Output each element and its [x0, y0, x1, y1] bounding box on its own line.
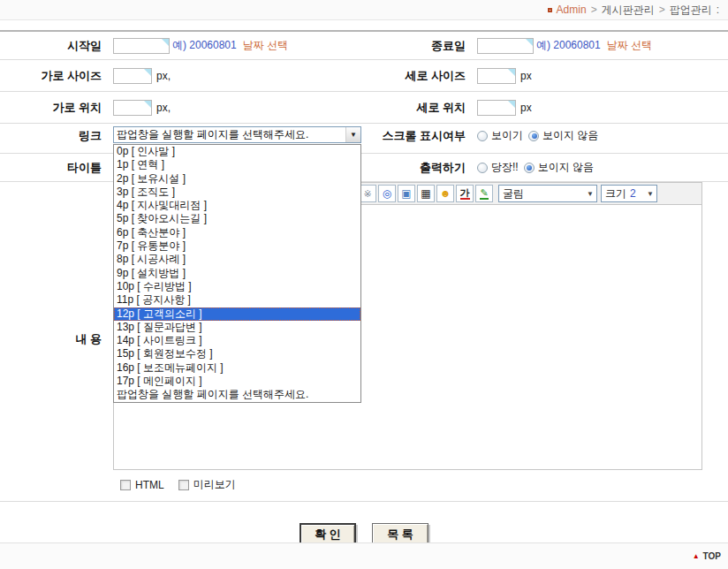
action-buttons: 확 인 목 록 — [0, 502, 728, 546]
radio-icon — [477, 163, 488, 173]
checkbox-icon[interactable] — [120, 480, 131, 490]
radio-icon — [477, 131, 488, 141]
link-select[interactable]: 팝업창을 실행할 페이지를 선택해주세요. ▼ — [113, 126, 361, 143]
font-color-icon[interactable]: 가 — [456, 185, 474, 202]
dropdown-option[interactable]: 2p [ 보유시설 ] — [114, 172, 360, 186]
width-unit: px, — [156, 70, 171, 82]
pos-x-label: 가로 위치 — [0, 100, 102, 116]
highlight-icon[interactable]: ✎ — [475, 185, 493, 202]
width-label: 가로 사이즈 — [0, 68, 102, 84]
top-bar: Admin > 게시판관리 > 팝업관리 : — [0, 0, 728, 20]
end-date-picker-link[interactable]: 날짜 선택 — [607, 38, 652, 53]
breadcrumb-separator: > — [659, 4, 665, 16]
radio-label: 보이지 않음 — [538, 160, 594, 175]
special-char-icon[interactable]: ※ — [359, 185, 376, 202]
breadcrumb-admin-link[interactable]: Admin — [557, 4, 587, 16]
dropdown-option[interactable]: 17p [ 메인페이지 ] — [114, 375, 360, 388]
up-triangle-icon: ▲ — [693, 552, 700, 560]
toolbar-icon-group: ※ ◎ ▣ ▦ — [359, 185, 495, 202]
html-mode-toggle[interactable]: HTML — [120, 479, 164, 491]
end-date-example: 예) 20060801 — [536, 38, 601, 53]
font-size-select[interactable]: 크기 2 ▼ — [601, 185, 657, 202]
dropdown-option[interactable]: 1p [ 연혁 ] — [114, 158, 360, 171]
dropdown-option[interactable]: 11p [ 공지사항 ] — [114, 293, 360, 307]
width-input[interactable] — [113, 68, 152, 84]
font-size-label: 크기 — [605, 186, 626, 201]
chevron-down-icon: ▼ — [641, 190, 654, 198]
dropdown-option[interactable]: 7p [ 유통분야 ] — [114, 239, 360, 253]
preview-checkbox-label: 미리보기 — [193, 477, 236, 492]
breadcrumb-board-management: 게시판관리 — [602, 3, 655, 18]
dropdown-option[interactable]: 6p [ 축산분야 ] — [114, 226, 360, 239]
radio-icon — [524, 163, 535, 173]
dropdown-option[interactable]: 13p [ 질문과답변 ] — [114, 321, 360, 334]
radio-label: 보이지 않음 — [542, 128, 598, 143]
radio-label: 당장!! — [491, 160, 519, 175]
font-size-value: 2 — [630, 187, 636, 200]
font-family-select[interactable]: 굴림 ▼ — [498, 185, 597, 202]
output-radio-option[interactable]: 보이지 않음 — [524, 160, 594, 175]
content-row: 내 용 ※ ◎ — [0, 182, 728, 502]
pos-y-input[interactable] — [477, 100, 516, 116]
pos-y-label: 세로 위치 — [364, 100, 466, 116]
breadcrumb-separator: > — [591, 4, 597, 16]
scroll-visibility-label: 스크롤 표시여부 — [364, 126, 466, 144]
start-date-picker-link[interactable]: 날짜 선택 — [243, 38, 288, 53]
footer-bar: ▲ TOP — [0, 542, 728, 569]
scroll-radio-option[interactable]: 보이기 — [477, 128, 523, 143]
link-label: 링크 — [0, 126, 102, 144]
start-date-example: 예) 20060801 — [172, 38, 237, 53]
popup-admin-page: Admin > 게시판관리 > 팝업관리 : 시작일 예) 20060801 날… — [0, 0, 728, 569]
pos-x-unit: px, — [156, 102, 171, 114]
dropdown-option[interactable]: 12p [ 고객의소리 ] — [114, 307, 360, 321]
editor-mode-row: HTML 미리보기 — [113, 470, 702, 496]
checkbox-icon[interactable] — [178, 480, 189, 490]
dropdown-option[interactable]: 4p [ 지사및대리점 ] — [114, 199, 360, 212]
size-row: 가로 사이즈 px, 세로 사이즈 px — [0, 60, 728, 92]
scroll-to-top-link[interactable]: ▲ TOP — [693, 551, 721, 561]
dropdown-option[interactable]: 팝업창을 실행할 페이지를 선택해주세요. — [114, 388, 360, 401]
dropdown-option[interactable]: 10p [ 수리방법 ] — [114, 280, 360, 293]
html-checkbox-label: HTML — [135, 479, 164, 491]
pos-x-input[interactable] — [113, 100, 152, 116]
dropdown-option[interactable]: 16p [ 보조메뉴페이지 ] — [114, 361, 360, 375]
start-date-label: 시작일 — [0, 38, 102, 54]
content-label: 내 용 — [0, 331, 102, 347]
popup-form: 시작일 예) 20060801 날짜 선택 종료일 예) 20060801 날짜… — [0, 30, 728, 502]
height-label: 세로 사이즈 — [364, 68, 466, 84]
dropdown-option[interactable]: 15p [ 회원정보수정 ] — [114, 347, 360, 360]
radio-label: 보이기 — [491, 128, 523, 143]
start-date-input[interactable] — [113, 38, 170, 54]
dropdown-option[interactable]: 5p [ 찾아오시는길 ] — [114, 212, 360, 225]
radio-icon — [528, 131, 539, 141]
end-date-input[interactable] — [477, 38, 534, 54]
output-radio-group: 당장!! 보이지 않음 — [477, 160, 594, 175]
media-icon[interactable]: ◎ — [378, 185, 396, 202]
dropdown-option[interactable]: 9p [ 설치방법 ] — [114, 267, 360, 280]
image-icon[interactable]: ▣ — [398, 185, 415, 202]
dropdown-option[interactable]: 8p [ 시공사례 ] — [114, 253, 360, 266]
position-row: 가로 위치 px, 세로 위치 px — [0, 92, 728, 124]
output-radio-option[interactable]: 당장!! — [477, 160, 519, 175]
height-input[interactable] — [477, 68, 516, 84]
output-label: 출력하기 — [364, 160, 466, 176]
breadcrumb-popup-management: 팝업관리 — [670, 3, 712, 18]
link-select-dropdown: 0p [ 인사말 ] 1p [ 연혁 ] 2p [ 보유시설 ] 3p [ 조직… — [113, 144, 361, 403]
font-family-value: 굴림 — [503, 186, 524, 201]
dropdown-option[interactable]: 3p [ 조직도 ] — [114, 186, 360, 199]
preview-mode-toggle[interactable]: 미리보기 — [178, 477, 236, 492]
link-select-value: 팝업창을 실행할 페이지를 선택해주세요. — [117, 127, 308, 142]
title-label: 타이틀 — [0, 160, 102, 176]
breadcrumb-bullet-icon — [548, 8, 552, 12]
date-row: 시작일 예) 20060801 날짜 선택 종료일 예) 20060801 날짜… — [0, 32, 728, 60]
table-icon[interactable]: ▦ — [417, 185, 435, 202]
height-unit: px — [520, 70, 532, 82]
chevron-down-icon: ▼ — [581, 190, 594, 198]
emoticon-icon[interactable]: ☻ — [436, 185, 454, 202]
top-link-label: TOP — [703, 551, 721, 561]
scroll-radio-option[interactable]: 보이지 않음 — [528, 128, 598, 143]
end-date-label: 종료일 — [364, 38, 466, 54]
dropdown-option[interactable]: 0p [ 인사말 ] — [114, 145, 360, 158]
dropdown-option[interactable]: 14p [ 사이트링크 ] — [114, 334, 360, 347]
chevron-down-icon[interactable]: ▼ — [345, 127, 360, 142]
